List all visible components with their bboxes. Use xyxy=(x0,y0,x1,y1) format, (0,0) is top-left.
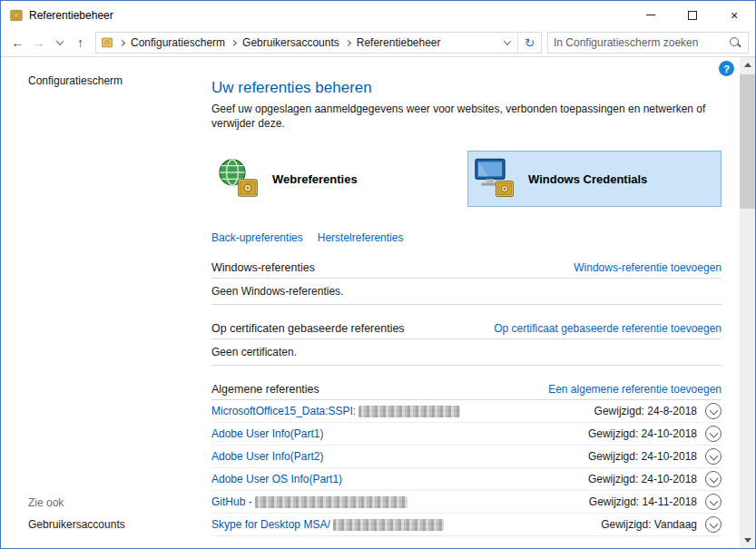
add-generic-credential-link[interactable]: Een algemene referentie toevoegen xyxy=(548,383,722,396)
forward-button[interactable]: → xyxy=(28,32,49,54)
credential-name: Adobe User OS Info(Part1) xyxy=(211,473,342,485)
expand-credential-button[interactable] xyxy=(705,516,722,533)
credential-name: Adobe User Info(Part2) xyxy=(211,450,323,463)
forward-icon: → xyxy=(33,35,45,50)
tab-web-credentials-label: Webreferenties xyxy=(272,172,358,186)
expand-credential-button[interactable] xyxy=(705,448,722,465)
modified-value: 24-10-2018 xyxy=(642,450,697,463)
modified-label: Gewijzigd: xyxy=(588,450,638,463)
back-icon: ← xyxy=(12,35,25,50)
credential-name: MicrosoftOffice15_Data:SSPI: xyxy=(211,405,460,417)
section-header: Algemene referenties Een algemene refere… xyxy=(211,383,722,400)
expand-credential-button[interactable] xyxy=(705,426,722,442)
see-also-heading: Zie ook xyxy=(28,496,64,509)
backup-credentials-link[interactable]: Back-upreferenties xyxy=(211,231,303,244)
section-certificate-credentials: Op certificaten gebaseerde referenties O… xyxy=(211,322,722,366)
refresh-button[interactable]: ↻ xyxy=(517,33,541,53)
modified-label: Gewijzigd: xyxy=(594,405,644,417)
scrollbar-thumb[interactable] xyxy=(740,74,755,209)
expand-credential-button[interactable] xyxy=(705,494,722,510)
add-windows-credential-link[interactable]: Windows-referentie toevoegen xyxy=(574,261,722,274)
minimize-button[interactable] xyxy=(630,1,672,29)
modified-date: Gewijzigd: Vandaag xyxy=(601,518,697,531)
chevron-down-icon xyxy=(504,37,511,44)
window-title: Referentiebeheer xyxy=(29,9,113,22)
help-button[interactable]: ? xyxy=(719,61,734,76)
modified-label: Gewijzigd: xyxy=(601,518,651,531)
credential-meta: Gewijzigd: Vandaag xyxy=(601,516,722,533)
breadcrumb-separator-icon xyxy=(119,39,125,45)
modified-value: Vandaag xyxy=(654,518,697,531)
content-area: Configuratiescherm Zie ook Gebruikersacc… xyxy=(1,57,755,548)
modified-date: Gewijzigd: 24-10-2018 xyxy=(588,473,697,485)
credential-name-text: Skype for Desktop MSA/ xyxy=(211,518,330,531)
titlebar: Referentiebeheer × xyxy=(1,1,755,29)
sidebar-item-configuratiescherm[interactable]: Configuratiescherm xyxy=(28,74,123,87)
credential-name-text: Adobe User OS Info(Part1) xyxy=(211,473,342,485)
page-title: Uw referenties beheren xyxy=(211,79,722,97)
scroll-up-icon xyxy=(744,63,751,67)
expand-credential-button[interactable] xyxy=(705,403,722,419)
search-box xyxy=(547,32,749,54)
tab-windows-credentials[interactable]: Windows Credentials xyxy=(467,151,722,207)
credential-name: Skype for Desktop MSA/ xyxy=(211,518,444,531)
breadcrumb-separator-icon xyxy=(231,39,237,45)
credential-name-text: GitHub - xyxy=(211,495,252,508)
back-button[interactable]: ← xyxy=(7,32,28,54)
redacted-text xyxy=(333,519,444,531)
credential-name: GitHub - xyxy=(211,495,407,508)
modified-label: Gewijzigd: xyxy=(589,495,639,508)
search-input[interactable] xyxy=(548,36,729,49)
sidebar-item-gebruikersaccounts[interactable]: Gebruikersaccounts xyxy=(28,518,125,531)
modified-value: 24-10-2018 xyxy=(642,473,697,485)
modified-value: 24-8-2018 xyxy=(647,405,697,417)
credential-name: Adobe User Info(Part1) xyxy=(211,427,323,440)
vertical-scrollbar[interactable] xyxy=(740,57,755,548)
navigation-bar: ← → ↑ Configuratiescherm Gebruikersaccou… xyxy=(1,29,755,57)
credential-meta: Gewijzigd: 24-10-2018 xyxy=(588,448,722,465)
section-header: Windows-referenties Windows-referentie t… xyxy=(211,261,722,279)
restore-credentials-link[interactable]: Herstelreferenties xyxy=(318,231,404,244)
tab-windows-credentials-label: Windows Credentials xyxy=(528,172,647,186)
credential-row: GitHub - Gewijzigd: 14-11-2018 xyxy=(211,491,722,514)
search-icon[interactable] xyxy=(729,36,741,49)
breadcrumb-item-gebruikersaccounts[interactable]: Gebruikersaccounts xyxy=(242,36,339,49)
modified-value: 14-11-2018 xyxy=(643,495,698,508)
up-button[interactable]: ↑ xyxy=(70,32,91,54)
credential-meta: Gewijzigd: 24-8-2018 xyxy=(594,403,722,419)
credential-row: Adobe User Info(Part2) Gewijzigd: 24-10-… xyxy=(211,446,722,468)
credential-manager-icon xyxy=(9,8,24,23)
credential-meta: Gewijzigd: 24-10-2018 xyxy=(588,471,722,487)
credential-type-tabs: Webreferenties xyxy=(211,151,722,207)
modified-date: Gewijzigd: 24-8-2018 xyxy=(594,405,697,417)
history-dropdown-button[interactable] xyxy=(49,32,70,54)
scroll-up-button[interactable] xyxy=(740,57,755,73)
up-icon: ↑ xyxy=(77,35,83,50)
close-button[interactable]: × xyxy=(713,1,755,29)
empty-message: Geen certificaten. xyxy=(211,339,722,366)
address-dropdown-button[interactable] xyxy=(497,33,517,53)
credential-row: MicrosoftOffice15_Data:SSPI: Gewijzigd: … xyxy=(211,400,722,423)
web-credentials-icon xyxy=(218,158,261,200)
redacted-text xyxy=(255,496,407,508)
maximize-icon xyxy=(688,11,697,20)
section-generic-credentials: Algemene referenties Een algemene refere… xyxy=(211,383,722,536)
section-title: Op certificaten gebaseerde referenties xyxy=(211,322,405,335)
add-certificate-credential-link[interactable]: Op certificaat gebaseerde referentie toe… xyxy=(494,322,722,335)
section-header: Op certificaten gebaseerde referenties O… xyxy=(211,322,722,339)
scroll-down-button[interactable] xyxy=(740,533,755,548)
modified-label: Gewijzigd: xyxy=(588,473,638,485)
tab-web-credentials[interactable]: Webreferenties xyxy=(211,151,466,207)
modified-date: Gewijzigd: 24-10-2018 xyxy=(588,427,697,440)
breadcrumb-item-referentiebeheer[interactable]: Referentiebeheer xyxy=(357,36,441,49)
windows-credentials-icon xyxy=(474,158,517,200)
section-windows-credentials: Windows-referenties Windows-referentie t… xyxy=(211,261,722,305)
expand-credential-button[interactable] xyxy=(705,471,722,487)
maximize-button[interactable] xyxy=(672,1,713,29)
minimize-icon xyxy=(646,15,655,15)
credential-meta: Gewijzigd: 24-10-2018 xyxy=(588,426,722,442)
credential-row: Skype for Desktop MSA/ Gewijzigd: Vandaa… xyxy=(211,514,722,536)
main-panel: Uw referenties beheren Geef uw opgeslage… xyxy=(211,57,722,536)
sidebar: Configuratiescherm Zie ook Gebruikersacc… xyxy=(1,57,211,548)
breadcrumb-item-configuratiescherm[interactable]: Configuratiescherm xyxy=(131,36,225,49)
